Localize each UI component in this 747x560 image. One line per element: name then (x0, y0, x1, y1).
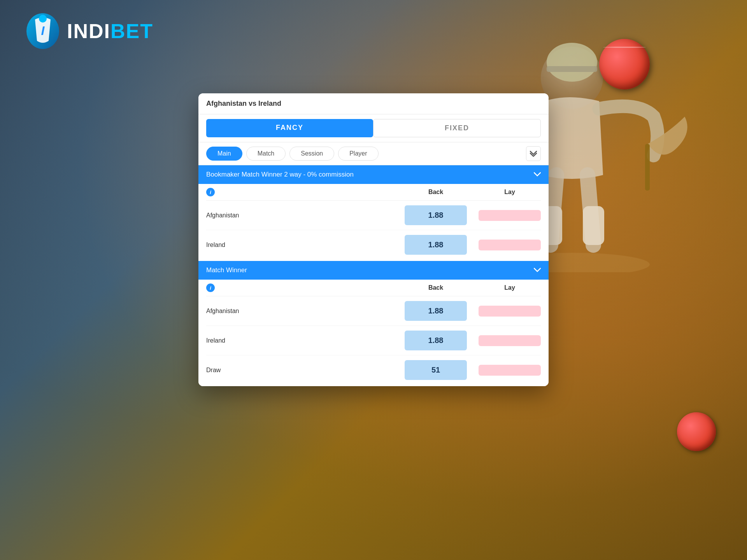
sub-tab-match[interactable]: Match (246, 147, 286, 161)
section-match-winner-header[interactable]: Match Winner (198, 261, 549, 280)
svg-text:I: I (41, 24, 45, 38)
back-btn-draw-mw[interactable]: 51 (405, 360, 467, 380)
cricket-ball-top (599, 39, 650, 89)
info-icon-match[interactable]: i (206, 284, 215, 292)
logo-icon: I (23, 12, 62, 51)
section-bookmaker-title: Bookmaker Match Winner 2 way - 0% commis… (206, 171, 354, 178)
section-match-chevron (534, 267, 541, 274)
svg-point-1 (547, 43, 597, 82)
tab-fixed[interactable]: FIXED (373, 119, 541, 137)
lay-btn-draw-mw[interactable] (479, 365, 541, 376)
chevron-down-icon-2 (534, 268, 541, 272)
back-header-match: Back (405, 284, 467, 291)
back-btn-ire-bm[interactable]: 1.88 (405, 235, 467, 255)
svg-point-8 (39, 15, 47, 23)
bookmaker-odds-table: i Back Lay Afghanistan 1.88 Ireland 1.88 (198, 184, 549, 261)
back-header-bookmaker: Back (405, 189, 467, 196)
bookmaker-header-row: i Back Lay (206, 184, 541, 201)
team-name-ire-mw: Ireland (206, 337, 405, 344)
sub-tab-main[interactable]: Main (206, 147, 242, 161)
tab-fancy[interactable]: FANCY (206, 119, 373, 137)
section-bookmaker-chevron (534, 171, 541, 178)
back-btn-afg-bm[interactable]: 1.88 (405, 205, 467, 225)
lay-header-bookmaker: Lay (479, 189, 541, 196)
chevron-double-down-icon (530, 150, 537, 157)
bookmaker-row-ireland: Ireland 1.88 (206, 230, 541, 261)
sub-tabs-container: Main Match Session Player (198, 142, 549, 165)
svg-rect-3 (645, 144, 650, 191)
svg-rect-2 (547, 66, 597, 72)
team-name-afg-bm: Afghanistan (206, 212, 405, 219)
cricket-ball-bottom (677, 412, 716, 451)
chevron-down-icon (534, 172, 541, 177)
sub-tab-player[interactable]: Player (338, 147, 378, 161)
lay-header-match: Lay (479, 284, 541, 291)
bookmaker-row-afghanistan: Afghanistan 1.88 (206, 201, 541, 230)
match-winner-row-afghanistan: Afghanistan 1.88 (206, 296, 541, 326)
sub-tab-session[interactable]: Session (289, 147, 334, 161)
match-title: Afghanistan vs Ireland (206, 100, 281, 107)
back-btn-afg-mw[interactable]: 1.88 (405, 301, 467, 321)
card-title: Afghanistan vs Ireland (198, 93, 549, 114)
team-name-draw-mw: Draw (206, 367, 405, 374)
logo-text: INDIBET (67, 19, 153, 43)
logo-indi: INDI (67, 20, 110, 42)
section-bookmaker-header[interactable]: Bookmaker Match Winner 2 way - 0% commis… (198, 165, 549, 184)
svg-rect-5 (583, 206, 604, 245)
main-tabs-container: FANCY FIXED (198, 114, 549, 142)
team-name-ire-bm: Ireland (206, 242, 405, 248)
match-winner-row-draw: Draw 51 (206, 355, 541, 386)
match-winner-odds-table: i Back Lay Afghanistan 1.88 Ireland 1.88… (198, 280, 549, 386)
match-winner-header-row: i Back Lay (206, 280, 541, 296)
betting-card: Afghanistan vs Ireland FANCY FIXED Main … (198, 93, 549, 386)
header: I INDIBET (23, 12, 153, 51)
section-match-winner-title: Match Winner (206, 266, 247, 274)
match-winner-row-ireland: Ireland 1.88 (206, 326, 541, 355)
back-btn-ire-mw[interactable]: 1.88 (405, 331, 467, 350)
lay-btn-ire-bm[interactable] (479, 240, 541, 250)
info-icon-bookmaker[interactable]: i (206, 188, 215, 196)
more-button[interactable] (526, 146, 541, 161)
team-name-afg-mw: Afghanistan (206, 308, 405, 315)
lay-btn-afg-mw[interactable] (479, 306, 541, 317)
lay-btn-afg-bm[interactable] (479, 210, 541, 221)
logo-bet: BET (110, 20, 153, 42)
lay-btn-ire-mw[interactable] (479, 335, 541, 346)
